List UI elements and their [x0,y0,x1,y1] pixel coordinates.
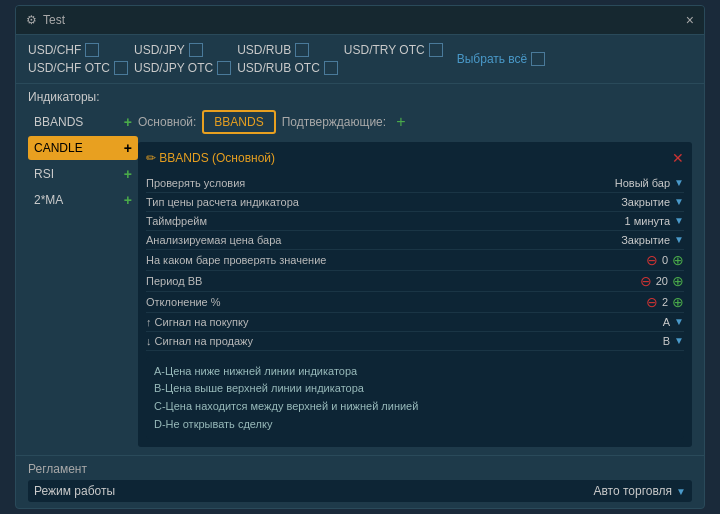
mode-value-group: Авто торговля ▼ [594,484,687,498]
param-row-sell-signal: ↓ Сигнал на продажу B ▼ [146,332,684,351]
mode-arrow-icon[interactable]: ▼ [676,486,686,497]
param-row-buy-signal: ↑ Сигнал на покупку A ▼ [146,313,684,332]
currency-pair-usdchfotc: USD/CHF OTC [28,61,128,75]
plus-deviation[interactable]: ⊕ [672,295,684,309]
currency-row: USD/CHF USD/CHF OTC USD/JPY USD/JPY OTC … [16,35,704,84]
plus-bar-index[interactable]: ⊕ [672,253,684,267]
reglament-section: Регламент Режим работы Авто торговля ▼ [16,455,704,508]
indicator-item-2ma[interactable]: 2*MA + [28,188,138,212]
currency-group-usdchf: USD/CHF USD/CHF OTC [28,43,128,75]
currency-pair-usdjpyotc: USD/JPY OTC [134,61,231,75]
arrow-check-conditions[interactable]: ▼ [674,177,684,188]
indicator-add-2ma[interactable]: + [124,192,132,208]
indicator-add-rsi[interactable]: + [124,166,132,182]
param-label-sell-signal: ↓ Сигнал на продажу [146,335,663,347]
arrow-price-type[interactable]: ▼ [674,196,684,207]
minus-period[interactable]: ⊖ [640,274,652,288]
right-panel: Основной: BBANDS Подтверждающие: + ✏ BBA… [138,110,692,447]
param-val-analyzed-price: Закрытие [621,234,670,246]
indicator-label-rsi: RSI [34,167,54,181]
mode-value-text: Авто торговля [594,484,673,498]
currency-group-usdtry: USD/TRY OTC [344,43,443,75]
param-val-bar-index: 0 [662,254,668,266]
param-row-analyzed-price: Анализируемая цена бара Закрытие ▼ [146,231,684,250]
note-line-1: A-Цена ниже нижней линии индикатора [154,363,676,381]
param-value-timeframe: 1 минута ▼ [625,215,684,227]
checkbox-usdjpy[interactable] [189,43,203,57]
left-panel: BBANDS + CANDLE + RSI + 2*MA + [28,110,138,447]
checkbox-usdchfotc[interactable] [114,61,128,75]
param-label-period: Период BB [146,275,640,287]
bbands-title-row: ✏ BBANDS (Основной) ✕ [146,150,684,166]
param-val-period: 20 [656,275,668,287]
param-val-buy-signal: A [663,316,670,328]
param-val-price-type: Закрытие [621,196,670,208]
indicator-add-candle[interactable]: + [124,140,132,156]
param-label-buy-signal: ↑ Сигнал на покупку [146,316,663,328]
param-value-bar-index: ⊖ 0 ⊕ [646,253,684,267]
tabs-row: Основной: BBANDS Подтверждающие: + [138,110,692,134]
param-value-sell-signal: B ▼ [663,335,684,347]
close-button[interactable]: × [686,12,694,28]
indicator-label-candle: CANDLE [34,141,83,155]
param-val-deviation: 2 [662,296,668,308]
param-row-price-type: Тип цены расчета индикатора Закрытие ▼ [146,193,684,212]
param-val-sell-signal: B [663,335,670,347]
currency-group-usdrub: USD/RUB USD/RUB OTC [237,43,338,75]
indicator-label-2ma: 2*MA [34,193,63,207]
reglament-label: Регламент [28,462,692,476]
param-value-deviation: ⊖ 2 ⊕ [646,295,684,309]
param-value-price-type: Закрытие ▼ [621,196,684,208]
note-line-4: D-Не открывать сделку [154,416,676,434]
param-label-deviation: Отклонение % [146,296,646,308]
main-tab-label: Основной: [138,115,196,129]
param-label-price-type: Тип цены расчета индикатора [146,196,621,208]
select-all-label: Выбрать всё [457,52,528,66]
param-val-timeframe: 1 минута [625,215,671,227]
main-dialog: ⚙ Test × USD/CHF USD/CHF OTC USD/JPY USD… [15,5,705,509]
add-tab-button[interactable]: + [396,113,405,131]
arrow-timeframe[interactable]: ▼ [674,215,684,226]
note-line-2: B-Цена выше верхней линии индикатора [154,380,676,398]
minus-deviation[interactable]: ⊖ [646,295,658,309]
indicator-item-candle[interactable]: CANDLE + [28,136,138,160]
notes-box: A-Цена ниже нижней линии индикатора B-Це… [146,357,684,439]
mode-label: Режим работы [34,484,115,498]
param-value-check-conditions: Новый бар ▼ [615,177,684,189]
param-value-buy-signal: A ▼ [663,316,684,328]
checkbox-usdchf[interactable] [85,43,99,57]
checkbox-usdtryotc[interactable] [429,43,443,57]
currency-group-usdjpy: USD/JPY USD/JPY OTC [134,43,231,75]
indicator-add-bbands[interactable]: + [124,114,132,130]
currency-label-usdjpyotc: USD/JPY OTC [134,61,213,75]
arrow-buy-signal[interactable]: ▼ [674,316,684,327]
arrow-sell-signal[interactable]: ▼ [674,335,684,346]
title-bar: ⚙ Test × [16,6,704,35]
param-value-period: ⊖ 20 ⊕ [640,274,684,288]
checkbox-usdrubtc[interactable] [324,61,338,75]
currency-pair-usdtryotc: USD/TRY OTC [344,43,443,57]
checkbox-usdjpyotc[interactable] [217,61,231,75]
currency-label-usdrub: USD/RUB [237,43,291,57]
select-all-group: Выбрать всё [457,43,546,75]
main-tab-button[interactable]: BBANDS [202,110,275,134]
minus-bar-index[interactable]: ⊖ [646,253,658,267]
indicator-label-bbands: BBANDS [34,115,83,129]
param-value-analyzed-price: Закрытие ▼ [621,234,684,246]
plus-period[interactable]: ⊕ [672,274,684,288]
arrow-analyzed-price[interactable]: ▼ [674,234,684,245]
checkbox-usdrub[interactable] [295,43,309,57]
currency-pair-usdjpy: USD/JPY [134,43,231,57]
bbands-close-button[interactable]: ✕ [672,150,684,166]
currency-label-usdrubtc: USD/RUB OTC [237,61,320,75]
indicator-item-rsi[interactable]: RSI + [28,162,138,186]
dialog-title: Test [43,13,65,27]
param-label-bar-index: На каком баре проверять значение [146,254,646,266]
bbands-panel: ✏ BBANDS (Основной) ✕ Проверять условия … [138,142,692,447]
param-row-check-conditions: Проверять условия Новый бар ▼ [146,174,684,193]
main-content: BBANDS + CANDLE + RSI + 2*MA + Основной:… [16,110,704,455]
indicator-item-bbands[interactable]: BBANDS + [28,110,138,134]
mode-row: Режим работы Авто торговля ▼ [28,480,692,502]
checkbox-selectall[interactable] [531,52,545,66]
currency-label-usdchf: USD/CHF [28,43,81,57]
